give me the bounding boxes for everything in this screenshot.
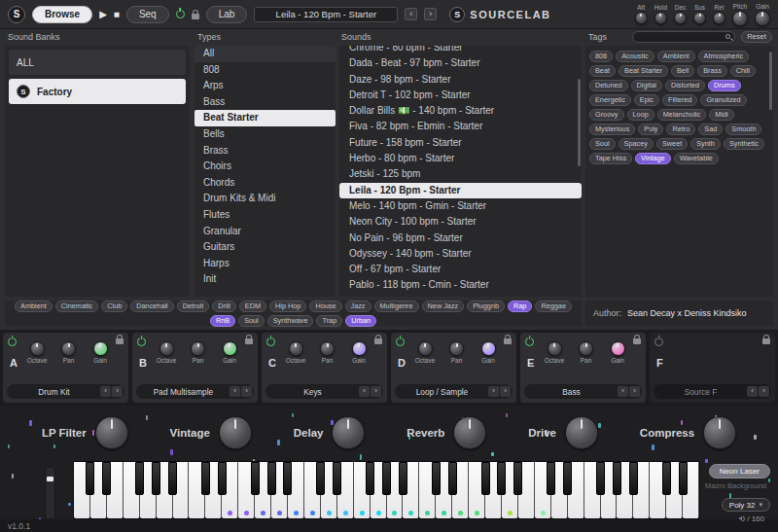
mod-wheel[interactable] <box>45 467 55 519</box>
type-item[interactable]: Arps <box>194 78 336 94</box>
tag-pill[interactable]: Smooth <box>725 124 761 135</box>
genre-pill[interactable]: Reggae <box>535 301 572 312</box>
piano-key-black[interactable] <box>513 462 522 495</box>
tag-pill[interactable]: Melancholic <box>657 109 707 121</box>
sound-item[interactable]: Melo - 140 bpm - Gmin - Starter <box>339 198 582 214</box>
vintage-knob[interactable] <box>219 416 252 449</box>
genre-pill[interactable]: Club <box>101 301 127 312</box>
genre-pill[interactable]: RnB <box>210 315 235 327</box>
att-knob[interactable] <box>635 12 648 24</box>
tag-pill[interactable]: Synthetic <box>724 138 764 150</box>
genre-pill[interactable]: Soul <box>238 315 265 327</box>
piano-key-black[interactable] <box>283 462 292 495</box>
genre-pill[interactable]: EDM <box>239 301 266 312</box>
tag-pill[interactable]: Drums <box>708 80 741 91</box>
channel-next-button[interactable]: › <box>371 386 381 397</box>
tag-pill[interactable]: Bell <box>671 65 694 77</box>
sounds-scrollbar[interactable] <box>578 79 581 166</box>
piano-key-black[interactable] <box>267 462 276 495</box>
piano-key-black[interactable] <box>596 462 605 495</box>
channel-lock-icon[interactable] <box>116 338 124 344</box>
type-item[interactable]: Brass <box>194 143 336 160</box>
channel-lock-icon[interactable] <box>504 338 512 344</box>
piano-key-black[interactable] <box>316 462 325 495</box>
poly-mode-button[interactable]: Poly 32 ▾ <box>722 498 770 512</box>
sound-item[interactable]: Neon City - 100 bpm - Starter <box>339 214 582 230</box>
type-item[interactable]: Beat Starter <box>194 110 336 126</box>
pan-knob[interactable] <box>320 341 335 356</box>
mod-wheel-handle[interactable] <box>47 477 53 481</box>
seq-button[interactable]: Seq <box>126 6 169 23</box>
genre-pill[interactable]: House <box>309 301 341 312</box>
sound-item[interactable]: Herbo - 80 bpm - Starter <box>339 151 582 166</box>
type-item[interactable]: Flutes <box>194 207 336 224</box>
app-logo-icon[interactable]: S <box>8 6 25 23</box>
sound-item[interactable]: Detroit T - 102 bpm - Starter <box>339 88 582 103</box>
tag-pill[interactable]: 808 <box>589 51 613 62</box>
preset-prev-button[interactable]: ‹ <box>405 8 417 20</box>
delay-knob[interactable] <box>332 416 365 449</box>
tag-pill[interactable]: Detuned <box>589 80 628 91</box>
type-item[interactable]: Harps <box>194 256 336 272</box>
type-item[interactable]: Drum Kits & Midi <box>194 191 336 207</box>
preset-next-button[interactable]: › <box>424 8 437 20</box>
type-item[interactable]: Choirs <box>194 159 336 175</box>
tag-pill[interactable]: Poly <box>638 124 663 135</box>
genre-pill[interactable]: Jazz <box>345 301 371 312</box>
channel-power-icon[interactable] <box>137 337 146 346</box>
pitch-knob[interactable] <box>732 11 748 26</box>
channel-lock-icon[interactable] <box>633 338 641 344</box>
channel-next-button[interactable]: › <box>112 386 123 397</box>
type-item[interactable]: Init <box>194 271 336 288</box>
tag-pill[interactable]: Wavetable <box>674 153 719 164</box>
piano-key-black[interactable] <box>102 462 111 495</box>
piano-key-black[interactable] <box>613 462 621 495</box>
piano-key-black[interactable] <box>662 462 671 495</box>
type-item[interactable]: Bells <box>194 126 336 143</box>
sound-item[interactable]: Leila - 120 Bpm - Starter <box>339 183 582 198</box>
type-item[interactable]: Bass <box>194 94 336 111</box>
tag-pill[interactable]: Tape Hiss <box>589 153 632 164</box>
octave-knob[interactable] <box>548 341 562 356</box>
octave-knob[interactable] <box>418 341 433 356</box>
stop-icon[interactable]: ■ <box>114 9 120 19</box>
tag-pill[interactable]: Chill <box>730 65 756 77</box>
compress-knob[interactable] <box>703 416 736 449</box>
pan-knob[interactable] <box>449 341 464 356</box>
pan-knob[interactable] <box>579 341 593 356</box>
sound-item[interactable]: Fiva - 82 bpm - Ebmin - Starter <box>339 119 582 134</box>
browse-button[interactable]: Browse <box>32 6 92 23</box>
genre-pill[interactable]: Hip Hop <box>269 301 306 312</box>
tag-pill[interactable]: Brass <box>697 65 727 77</box>
tag-pill[interactable]: Filtered <box>662 94 697 106</box>
piano-key-black[interactable] <box>382 462 391 495</box>
piano-key-black[interactable] <box>497 462 506 495</box>
tag-pill[interactable]: Atmospheric <box>698 51 750 62</box>
piano-key-black[interactable] <box>86 462 94 495</box>
gain-knob[interactable] <box>611 341 625 356</box>
tag-pill[interactable]: Vintage <box>635 153 671 164</box>
channel-prev-button[interactable]: ‹ <box>359 386 370 397</box>
genre-pill[interactable]: Ambient <box>15 301 53 312</box>
channel-lock-icon[interactable] <box>374 338 382 344</box>
genre-pill[interactable]: Pluggnb <box>467 301 505 312</box>
channel-power-icon[interactable] <box>396 337 405 346</box>
gain-knob[interactable] <box>93 341 108 356</box>
piano-key-black[interactable] <box>399 462 407 495</box>
piano-key-black[interactable] <box>135 462 144 495</box>
sound-item[interactable]: Dollar Bills 💵 - 140 bpm - Starter <box>339 103 582 119</box>
tag-pill[interactable]: Soul <box>589 138 616 150</box>
piano-key-black[interactable] <box>201 462 210 495</box>
tag-pill[interactable]: Beat <box>589 65 616 77</box>
piano-key-black[interactable] <box>333 462 341 495</box>
genre-pill[interactable]: Multigenre <box>374 301 419 312</box>
piano-key-black[interactable] <box>251 462 260 495</box>
sound-item[interactable]: No Pain - 96 bpm - Starter <box>339 231 582 246</box>
channel-prev-button[interactable]: ‹ <box>488 386 499 397</box>
channel-power-icon[interactable] <box>266 337 275 346</box>
tag-pill[interactable]: Midi <box>709 109 733 121</box>
channel-next-button[interactable]: › <box>629 386 640 397</box>
gain-knob[interactable] <box>481 341 496 356</box>
channel-prev-button[interactable]: ‹ <box>230 386 240 397</box>
type-item[interactable]: Granular <box>194 224 336 240</box>
